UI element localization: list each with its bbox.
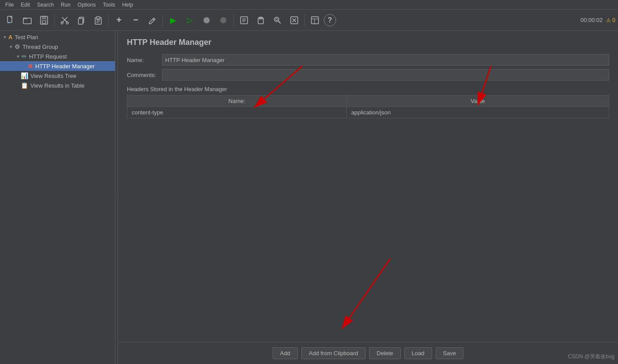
- comments-input[interactable]: [162, 69, 609, 81]
- panel-title: HTTP Header Manager: [127, 38, 609, 47]
- view-results-tree-label: View Results Tree: [30, 73, 77, 79]
- sidebar-item-test-plan[interactable]: ▼ A Test Plan: [0, 33, 115, 42]
- expand-arrow-thread-group: ▼: [9, 44, 13, 49]
- view-results-table-icon: 📋: [21, 82, 28, 89]
- shutdown-button[interactable]: [215, 12, 231, 28]
- toolbar-sep-2: [108, 14, 109, 26]
- view-results-tree-icon: 📊: [21, 72, 28, 79]
- table-row[interactable]: content-type application/json: [127, 107, 609, 118]
- arrows-overlay: [118, 31, 618, 363]
- content-area: HTTP Header Manager Name: Comments: Head…: [118, 31, 618, 364]
- menu-help[interactable]: Help: [118, 1, 137, 9]
- svg-rect-30: [311, 17, 318, 24]
- svg-rect-4: [42, 16, 46, 19]
- headers-table: Name: Value content-type application/jso…: [127, 95, 609, 118]
- main-layout: ▼ A Test Plan ▼ ⚙ Thread Group ▼ ✏ HTTP …: [0, 31, 618, 364]
- svg-point-25: [276, 18, 278, 20]
- name-input[interactable]: [162, 54, 609, 66]
- edit-button[interactable]: [144, 12, 160, 28]
- jar-button[interactable]: [253, 12, 269, 28]
- save-button[interactable]: [36, 12, 52, 28]
- new-button[interactable]: A: [3, 12, 19, 28]
- toolbar-sep-5: [304, 14, 305, 26]
- sidebar-item-http-request[interactable]: ▼ ✏ HTTP Request: [0, 51, 115, 61]
- thread-group-label: Thread Group: [22, 44, 58, 50]
- stop-button[interactable]: [199, 12, 215, 28]
- save-headers-button[interactable]: Save: [436, 347, 464, 359]
- name-row: Name:: [127, 54, 609, 66]
- warning-badge: ⚠ 0: [606, 17, 615, 23]
- sidebar-item-http-header-manager[interactable]: ▶ ✖ HTTP Header Manager: [0, 61, 115, 71]
- add-from-clipboard-button[interactable]: Add from Clipboard: [301, 347, 366, 359]
- sidebar-item-thread-group[interactable]: ▼ ⚙ Thread Group: [0, 42, 115, 51]
- http-header-manager-icon: ✖: [28, 63, 33, 70]
- svg-line-36: [342, 259, 390, 329]
- add-row-button[interactable]: Add: [273, 347, 298, 359]
- script-button[interactable]: [236, 12, 252, 28]
- toolbar-sep-4: [233, 14, 234, 26]
- expand-arrow-http-request: ▼: [16, 54, 20, 59]
- thread-group-icon: ⚙: [15, 43, 20, 50]
- comments-label: Comments:: [127, 72, 162, 78]
- menu-options[interactable]: Options: [74, 1, 99, 9]
- toolbar-sep-1: [54, 14, 55, 26]
- expand-arrow-test-plan: ▼: [3, 35, 7, 40]
- header-value-cell[interactable]: application/json: [347, 107, 609, 118]
- load-button[interactable]: Load: [404, 347, 432, 359]
- menu-run[interactable]: Run: [57, 1, 74, 9]
- warning-count: 0: [612, 17, 615, 23]
- test-plan-label: Test Plan: [15, 34, 38, 40]
- open-button[interactable]: [19, 12, 35, 28]
- name-label: Name:: [127, 57, 162, 63]
- menu-file[interactable]: File: [2, 1, 17, 9]
- menu-search[interactable]: Search: [33, 1, 57, 9]
- menu-tools[interactable]: Tools: [99, 1, 118, 9]
- table-button[interactable]: [307, 12, 323, 28]
- http-request-label: HTTP Request: [29, 53, 67, 60]
- toolbar-right: 00:00:02 ⚠ 0: [581, 17, 615, 23]
- toolbar: A + − ▶ ▷: [0, 10, 618, 31]
- toolbar-sep-3: [163, 14, 163, 26]
- test-plan-icon: A: [8, 34, 12, 40]
- svg-rect-11: [78, 18, 83, 24]
- sidebar-item-view-results-tree[interactable]: ▶ 📊 View Results Tree: [0, 71, 115, 81]
- svg-line-26: [278, 21, 281, 23]
- svg-rect-13: [96, 17, 100, 19]
- copy-button[interactable]: [74, 12, 89, 28]
- watermark: CSDN @哭着改bug: [568, 353, 614, 360]
- sidebar: ▼ A Test Plan ▼ ⚙ Thread Group ▼ ✏ HTTP …: [0, 31, 115, 364]
- header-name-cell[interactable]: content-type: [127, 107, 347, 118]
- menubar: File Edit Search Run Options Tools Help: [0, 0, 618, 10]
- clear-all-button[interactable]: [286, 12, 302, 28]
- svg-point-24: [274, 17, 279, 22]
- remove-button[interactable]: −: [128, 12, 144, 28]
- svg-text:A: A: [7, 21, 10, 25]
- svg-line-17: [153, 19, 154, 20]
- help-button[interactable]: ?: [324, 14, 336, 26]
- search-toolbar-button[interactable]: [270, 12, 285, 28]
- sidebar-item-view-results-table[interactable]: ▶ 📋 View Results in Table: [0, 81, 115, 90]
- svg-rect-2: [23, 18, 31, 24]
- comments-row: Comments:: [127, 69, 609, 81]
- http-header-manager-label: HTTP Header Manager: [35, 63, 95, 70]
- delete-button[interactable]: Delete: [369, 347, 401, 359]
- section-title: Headers Stored in the Header Manager: [127, 86, 609, 92]
- warning-icon: ⚠: [606, 17, 611, 23]
- start-button[interactable]: ▶: [165, 12, 181, 28]
- col-value-header: Value: [347, 96, 609, 107]
- add-button[interactable]: +: [111, 12, 127, 28]
- svg-rect-5: [42, 21, 46, 23]
- paste-button[interactable]: [90, 12, 106, 28]
- col-name-header: Name:: [127, 96, 347, 107]
- timer-display: 00:00:02: [581, 17, 603, 23]
- bottom-bar: Add Add from Clipboard Delete Load Save: [118, 342, 618, 364]
- start-no-pause-button[interactable]: ▷: [182, 12, 198, 28]
- cut-button[interactable]: [57, 12, 73, 28]
- menu-edit[interactable]: Edit: [17, 1, 33, 9]
- view-results-table-label: View Results in Table: [30, 82, 85, 89]
- http-request-icon: ✏: [22, 53, 27, 60]
